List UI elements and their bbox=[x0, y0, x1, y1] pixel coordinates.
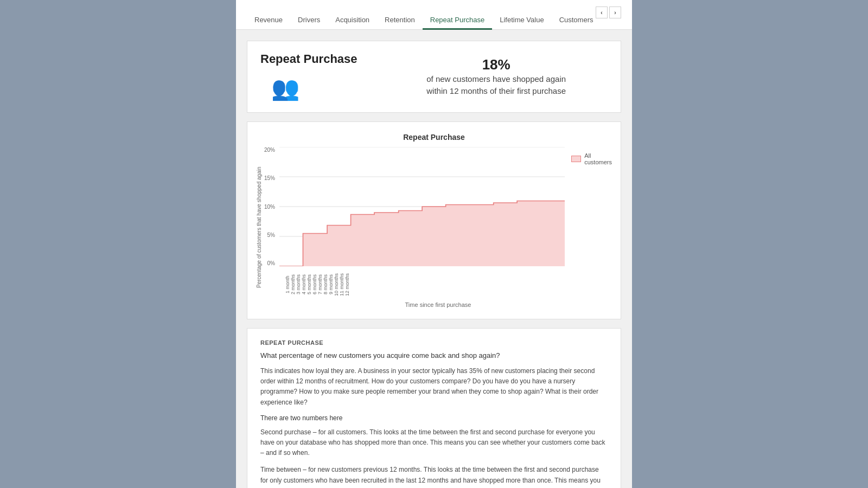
chart-legend: Allcustomers bbox=[565, 147, 612, 266]
chart-plot-area: 0% 5% 10% 15% 20% bbox=[264, 147, 612, 266]
info-para-3: Time between – for new customers previou… bbox=[260, 465, 608, 488]
info-question: What percentage of new customers you acq… bbox=[260, 351, 608, 359]
y-axis-label: Percentage of customers that have shoppe… bbox=[256, 147, 262, 308]
chart-svg bbox=[279, 147, 565, 266]
x-axis-title: Time since first purchase bbox=[264, 301, 612, 308]
legend-label: Allcustomers bbox=[584, 152, 612, 165]
stat-percentage: 18% bbox=[385, 56, 608, 73]
x-tick-8: 8 months bbox=[323, 269, 328, 299]
y-tick-0: 0% bbox=[264, 260, 275, 266]
chart-inner: 0% 5% 10% 15% 20% bbox=[264, 147, 612, 308]
customers-icon: 👥 bbox=[271, 75, 299, 101]
y-tick-10: 10% bbox=[264, 204, 275, 210]
x-tick-9: 9 months bbox=[328, 269, 334, 299]
nav-item-revenue[interactable]: Revenue bbox=[247, 11, 290, 30]
info-para-2: Second purchase – for all customers. Thi… bbox=[260, 427, 608, 459]
info-card: REPEAT PURCHASE What percentage of new c… bbox=[247, 328, 621, 488]
info-section-title: REPEAT PURCHASE bbox=[260, 339, 608, 346]
x-tick-1: 1 month bbox=[285, 269, 290, 299]
y-ticks: 0% 5% 10% 15% 20% bbox=[264, 147, 279, 266]
x-tick-5: 5 months bbox=[307, 269, 312, 299]
chart-card: Repeat Purchase Percentage of customers … bbox=[247, 121, 621, 319]
x-tick-12: 12 months bbox=[344, 269, 350, 299]
x-tick-2: 2 months bbox=[290, 269, 296, 299]
summary-card: Repeat Purchase 👥 18% of new customers h… bbox=[247, 41, 621, 113]
x-tick-6: 6 months bbox=[312, 269, 317, 299]
x-tick-3: 3 months bbox=[296, 269, 301, 299]
legend-item-all-customers: Allcustomers bbox=[571, 152, 612, 165]
customers-icon-area: 👥 bbox=[260, 75, 372, 101]
x-tick-10: 10 months bbox=[334, 269, 339, 299]
y-tick-5: 5% bbox=[264, 232, 275, 238]
info-para-1: This indicates how loyal they are. A bus… bbox=[260, 366, 608, 408]
nav-item-customers[interactable]: Customers bbox=[552, 11, 601, 30]
page-title: Repeat Purchase bbox=[260, 52, 372, 66]
info-subhead: There are two numbers here bbox=[260, 414, 608, 422]
nav-item-acquisition[interactable]: Acquisition bbox=[328, 11, 377, 30]
nav-forward-button[interactable]: › bbox=[609, 7, 621, 18]
x-axis-labels: 1 month 2 months 3 months 4 months 5 mon… bbox=[264, 269, 612, 299]
nav-back-button[interactable]: ‹ bbox=[596, 7, 608, 18]
nav-item-retention[interactable]: Retention bbox=[377, 11, 423, 30]
x-tick-7: 7 months bbox=[317, 269, 323, 299]
y-tick-15: 15% bbox=[264, 175, 275, 181]
stat-description: of new customers have shopped again with… bbox=[385, 73, 608, 98]
top-navigation: RevenueDriversAcquisitionRetentionRepeat… bbox=[247, 11, 601, 29]
nav-item-drivers[interactable]: Drivers bbox=[290, 11, 328, 30]
stat-block: 18% of new customers have shopped again … bbox=[385, 56, 608, 98]
x-tick-11: 11 months bbox=[339, 269, 344, 299]
chart-title: Repeat Purchase bbox=[256, 133, 612, 142]
legend-color bbox=[571, 156, 581, 162]
nav-item-repeat-purchase[interactable]: Repeat Purchase bbox=[423, 11, 492, 30]
y-tick-20: 20% bbox=[264, 147, 275, 153]
x-tick-4: 4 months bbox=[301, 269, 307, 299]
chart-svg-area bbox=[279, 147, 565, 266]
nav-item-lifetime-value[interactable]: Lifetime Value bbox=[492, 11, 551, 30]
